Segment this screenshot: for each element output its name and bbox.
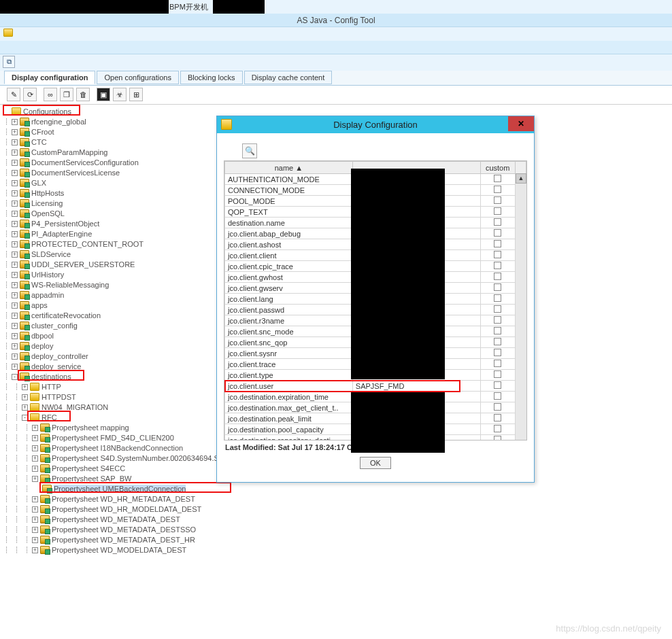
cell-custom[interactable]	[480, 250, 515, 261]
console-icon[interactable]: ▣	[97, 88, 110, 101]
checkbox-icon[interactable]	[494, 316, 501, 324]
delete-icon[interactable]: 🗑	[76, 88, 90, 101]
link-icon[interactable]: ∞	[44, 88, 57, 101]
checkbox-icon[interactable]	[494, 251, 501, 258]
checkbox-icon[interactable]	[494, 305, 501, 313]
copy-icon[interactable]: ❐	[60, 88, 73, 101]
col-custom[interactable]: custom	[480, 162, 515, 174]
checkbox-icon[interactable]	[494, 414, 501, 421]
cell-custom[interactable]	[480, 218, 515, 228]
tab-display-cache-content[interactable]: Display cache content	[244, 71, 333, 84]
tab-blocking-locks[interactable]: Blocking locks	[180, 71, 243, 84]
cell-custom[interactable]	[480, 392, 515, 402]
expand-toggle[interactable]: +	[32, 496, 38, 502]
checkbox-icon[interactable]	[494, 262, 501, 269]
expand-toggle[interactable]: +	[32, 517, 38, 523]
debug-icon[interactable]: ☣	[113, 88, 127, 101]
checkbox-icon[interactable]	[494, 283, 501, 291]
checkbox-icon[interactable]	[494, 327, 501, 334]
expand-toggle[interactable]: +	[12, 292, 18, 298]
cell-custom[interactable]	[480, 185, 515, 196]
tab-display-configuration[interactable]: Display configuration	[4, 71, 95, 84]
cell-custom[interactable]	[480, 413, 515, 424]
expand-toggle[interactable]: +	[12, 160, 18, 166]
checkbox-icon[interactable]	[494, 392, 501, 400]
tree-item[interactable]: Configurations	[1, 106, 671, 116]
cell-custom[interactable]	[480, 402, 515, 413]
tree-item[interactable]: ┊┊┊+Propertysheet WD_METADATA_DEST	[1, 514, 671, 524]
checkbox-icon[interactable]	[494, 273, 501, 280]
edit-icon[interactable]: ✎	[7, 88, 20, 101]
checkbox-icon[interactable]	[494, 196, 501, 204]
expand-toggle[interactable]: +	[12, 272, 18, 278]
tree-item[interactable]: ┊┊┊+Propertysheet WD_HR_MODELDATA_DEST	[1, 504, 671, 514]
expand-toggle[interactable]: +	[32, 425, 38, 431]
checkbox-icon[interactable]	[494, 175, 501, 182]
expand-toggle[interactable]: +	[12, 353, 18, 360]
checkbox-icon[interactable]	[494, 360, 501, 367]
search-icon[interactable]: 🔍	[242, 143, 257, 158]
expand-toggle[interactable]: -	[12, 374, 18, 380]
expand-toggle[interactable]: +	[12, 170, 18, 176]
checkbox-icon[interactable]	[494, 229, 501, 237]
expand-toggle[interactable]: +	[12, 190, 18, 196]
cell-custom[interactable]	[480, 294, 515, 305]
expand-toggle[interactable]: +	[32, 476, 38, 482]
tree-icon[interactable]: ⊞	[129, 88, 143, 101]
expand-toggle[interactable]: +	[12, 252, 18, 258]
expand-toggle[interactable]: +	[22, 404, 28, 411]
expand-toggle[interactable]: +	[12, 221, 18, 227]
cell-custom[interactable]	[480, 337, 515, 348]
cell-custom[interactable]	[480, 272, 515, 283]
cell-custom[interactable]	[480, 239, 515, 250]
cell-custom[interactable]	[480, 370, 515, 381]
checkbox-icon[interactable]	[494, 218, 501, 226]
expand-toggle[interactable]: +	[12, 323, 18, 329]
scroll-up-icon[interactable]: ▲	[516, 173, 526, 184]
checkbox-icon[interactable]	[494, 338, 501, 345]
cell-custom[interactable]	[480, 435, 515, 441]
checkbox-icon[interactable]	[494, 186, 501, 193]
checkbox-icon[interactable]	[494, 425, 501, 432]
expand-toggle[interactable]: +	[12, 262, 18, 268]
expand-toggle[interactable]: +	[22, 394, 28, 400]
checkbox-icon[interactable]	[494, 381, 501, 389]
tree-item[interactable]: ┊┊┊+Propertysheet WD_MODELDATA_DEST	[1, 545, 671, 555]
cell-custom[interactable]	[480, 381, 515, 392]
expand-toggle[interactable]: +	[32, 547, 38, 553]
tab-open-configurations[interactable]: Open configurations	[97, 71, 178, 84]
expand-toggle[interactable]: +	[12, 333, 18, 339]
expand-toggle[interactable]: +	[12, 211, 18, 217]
checkbox-icon[interactable]	[494, 436, 501, 441]
table-row[interactable]: jco.client.userSAPJSF_FMD	[225, 381, 526, 392]
cell-custom[interactable]	[480, 196, 515, 207]
expand-toggle[interactable]: +	[12, 150, 18, 156]
tree-item[interactable]: ┊┊┊+Propertysheet WD_HR_METADATA_DEST	[1, 494, 671, 504]
checkbox-icon[interactable]	[494, 240, 501, 247]
expand-toggle[interactable]: +	[32, 466, 38, 472]
cell-custom[interactable]	[480, 228, 515, 239]
cell-custom[interactable]	[480, 174, 515, 185]
refresh-icon[interactable]: ⟳	[23, 88, 37, 101]
expand-toggle[interactable]: +	[32, 445, 38, 451]
expand-toggle[interactable]: +	[12, 180, 18, 186]
checkbox-icon[interactable]	[494, 294, 501, 302]
close-icon[interactable]: ✕	[508, 116, 534, 131]
tree-item[interactable]: ┊┊┊+Propertysheet WD_METADATA_DESTSSO	[1, 524, 671, 534]
cell-custom[interactable]	[480, 283, 515, 294]
expand-toggle[interactable]: +	[12, 119, 18, 125]
expand-toggle[interactable]: +	[22, 384, 28, 390]
expand-toggle[interactable]: +	[12, 231, 18, 237]
cell-custom[interactable]	[480, 315, 515, 326]
expand-toggle[interactable]: +	[32, 527, 38, 533]
expand-toggle[interactable]: +	[32, 435, 38, 441]
cell-custom[interactable]	[480, 326, 515, 337]
expand-toggle[interactable]: +	[12, 139, 18, 145]
checkbox-icon[interactable]	[494, 207, 501, 215]
cell-custom[interactable]	[480, 424, 515, 435]
expand-toggle[interactable]: +	[32, 537, 38, 543]
cell-custom[interactable]	[480, 305, 515, 315]
expand-toggle[interactable]: +	[12, 364, 18, 370]
scrollbar[interactable]: ▲	[516, 173, 526, 440]
expand-toggle[interactable]: +	[12, 313, 18, 319]
